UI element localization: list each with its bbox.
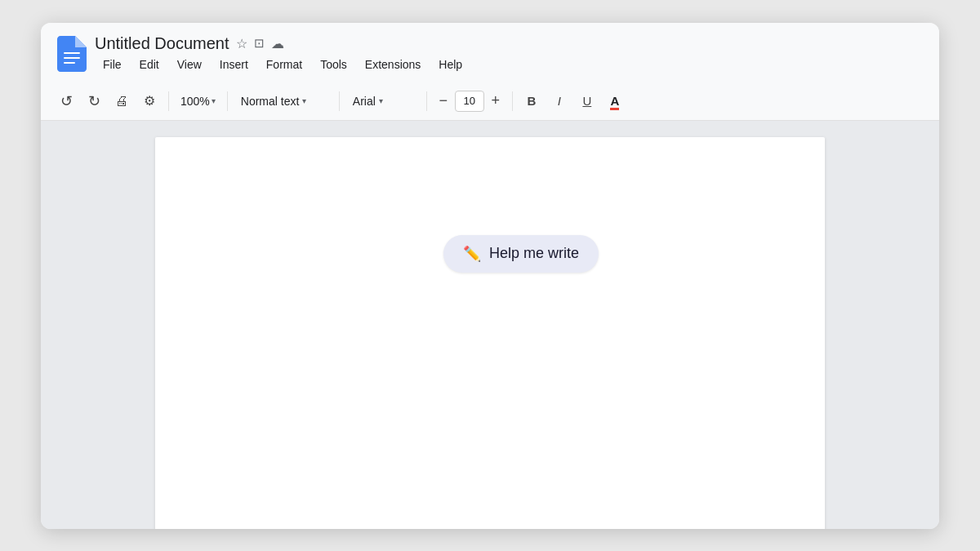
menu-tools[interactable]: Tools [312, 55, 355, 74]
style-label: Normal text [241, 95, 300, 108]
browser-window: Untitled Document ☆ ⊡ ☁ File Edit View I… [41, 23, 939, 529]
redo-icon: ↻ [88, 92, 100, 110]
font-size-area: − + [434, 91, 506, 112]
italic-button[interactable]: I [547, 89, 572, 113]
menu-help[interactable]: Help [430, 55, 470, 74]
menu-file[interactable]: File [95, 55, 130, 74]
menu-insert[interactable]: Insert [212, 55, 256, 74]
underline-icon: U [582, 94, 591, 108]
title-bar: Untitled Document ☆ ⊡ ☁ File Edit View I… [41, 23, 939, 78]
undo-icon: ↺ [60, 92, 73, 110]
pencil-icon: ✏️ [463, 245, 481, 263]
doc-title[interactable]: Untitled Document [95, 34, 229, 53]
font-dropdown-arrow: ▾ [379, 96, 383, 105]
undo-button[interactable]: ↺ [54, 89, 78, 113]
print-icon: 🖨 [115, 94, 128, 109]
help-me-write-label: Help me write [489, 245, 579, 262]
doc-icon [57, 36, 87, 72]
font-selector[interactable]: Arial ▾ [346, 93, 420, 109]
star-icon[interactable]: ☆ [236, 36, 247, 51]
help-me-write-button[interactable]: ✏️ Help me write [443, 235, 599, 273]
toolbar-divider-5 [512, 91, 513, 111]
doc-header: Untitled Document ☆ ⊡ ☁ File Edit View I… [57, 34, 923, 74]
italic-icon: I [558, 94, 561, 108]
style-dropdown-arrow: ▾ [302, 96, 306, 105]
doc-area: ✏️ Help me write [41, 121, 939, 529]
bold-button[interactable]: B [519, 89, 544, 113]
font-size-decrease-icon: − [439, 92, 448, 109]
toolbar-divider-3 [339, 91, 340, 111]
menu-edit[interactable]: Edit [131, 55, 167, 74]
paint-format-button[interactable]: ⚙ [137, 89, 162, 113]
toolbar-divider-2 [227, 91, 228, 111]
svg-rect-1 [64, 57, 80, 59]
doc-page[interactable]: ✏️ Help me write [155, 137, 825, 529]
svg-rect-2 [64, 62, 75, 64]
bold-icon: B [527, 94, 536, 108]
doc-title-area: Untitled Document ☆ ⊡ ☁ File Edit View I… [95, 34, 470, 74]
toolbar: ↺ ↻ 🖨 ⚙ 100% ▾ Normal text ▾ Arial ▾ [41, 82, 939, 121]
paint-format-icon: ⚙ [144, 93, 155, 109]
underline-button[interactable]: U [575, 89, 599, 113]
toolbar-divider-1 [168, 91, 169, 111]
svg-rect-0 [64, 52, 80, 54]
font-size-increase-button[interactable]: + [486, 91, 506, 111]
font-size-increase-icon: + [492, 92, 501, 109]
menu-view[interactable]: View [169, 55, 210, 74]
zoom-selector[interactable]: 100% ▾ [176, 93, 220, 109]
font-color-icon: A [610, 94, 619, 108]
folder-icon[interactable]: ⊡ [254, 36, 265, 51]
cloud-icon[interactable]: ☁ [271, 36, 284, 51]
menu-extensions[interactable]: Extensions [357, 55, 429, 74]
style-selector[interactable]: Normal text ▾ [234, 93, 332, 109]
menu-bar: File Edit View Insert Format Tools Exten… [95, 55, 470, 74]
zoom-dropdown-arrow: ▾ [212, 96, 216, 105]
toolbar-divider-4 [426, 91, 427, 111]
doc-title-row: Untitled Document ☆ ⊡ ☁ [95, 34, 470, 53]
zoom-value: 100% [180, 95, 210, 108]
redo-button[interactable]: ↻ [82, 89, 106, 113]
font-color-button[interactable]: A [603, 89, 627, 113]
print-button[interactable]: 🖨 [109, 89, 134, 113]
font-size-decrease-button[interactable]: − [434, 91, 453, 111]
font-size-input[interactable] [455, 91, 484, 112]
font-label: Arial [353, 95, 376, 108]
menu-format[interactable]: Format [258, 55, 310, 74]
